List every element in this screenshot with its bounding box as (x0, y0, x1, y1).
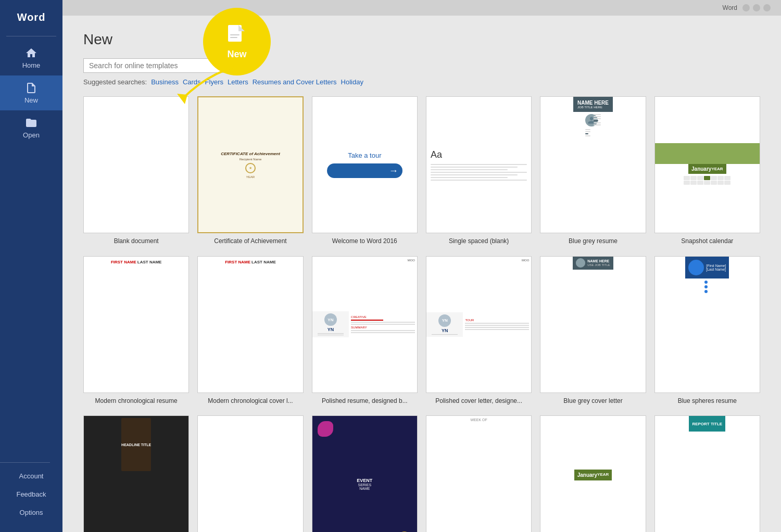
template-label-bgresume: Blue grey resume (569, 237, 618, 246)
template-education[interactable]: Education brochure (197, 415, 303, 532)
suggested-searches: Suggested searches: Business Cards Flyer… (83, 78, 760, 86)
sidebar-item-home[interactable]: Home (0, 41, 62, 75)
vivid-blob1 (318, 421, 333, 437)
templates-grid: Blank document CERTIFICATE of Achievemen… (83, 96, 760, 532)
template-thumb-tour: Take a tour → (312, 96, 418, 233)
suggested-label: Suggested searches: (83, 78, 147, 86)
tour-arrow-icon: → (389, 166, 398, 176)
sidebar-bottom: Account Feedback Options (0, 458, 62, 532)
close-button[interactable] (763, 4, 771, 11)
template-thumb-restaurant: HEADLINE TITLE (83, 415, 189, 532)
template-restaurant[interactable]: HEADLINE TITLE Restaurant brochure (83, 415, 189, 532)
template-thumb-polished: YN YN MOO CREATIVE SUMMARY (312, 256, 418, 393)
tour-arrow-bar: → (327, 163, 402, 178)
template-thumb-blank (83, 96, 189, 233)
template-single-spaced[interactable]: Aa Single spaced (blank) (426, 96, 532, 246)
topbar-app-name: Word (723, 4, 737, 11)
suggested-resumes[interactable]: Resumes and Cover Letters (253, 78, 337, 86)
template-label-tour: Welcome to Word 2016 (332, 237, 397, 246)
main-content: Word New 🔍 Suggested searches: Business … (62, 0, 781, 532)
template-label-single: Single spaced (blank) (449, 237, 509, 246)
sidebar-divider (6, 36, 56, 36)
template-thumb-education (197, 415, 303, 532)
sidebar-brand: Word (0, 5, 62, 32)
template-blank[interactable]: Blank document (83, 96, 189, 246)
template-report[interactable]: REPORT TITLE Report (654, 415, 760, 532)
suggested-business[interactable]: Business (151, 78, 179, 86)
template-bs-resume[interactable]: [First Name][Last Name] (654, 256, 760, 406)
template-label-blank: Blank document (114, 237, 159, 246)
suggested-cards[interactable]: Cards (183, 78, 201, 86)
template-tour[interactable]: Take a tour → Welcome to Word 2016 (312, 96, 418, 246)
template-thumb-bspheres: [First Name][Last Name] (654, 256, 760, 393)
template-label-modern-resume: Modern chronological resume (95, 397, 178, 406)
new-doc-icon (25, 82, 37, 94)
template-polished-resume[interactable]: YN YN MOO CREATIVE SUMMARY (312, 256, 418, 406)
home-icon (25, 47, 37, 59)
search-bar: 🔍 (83, 58, 250, 73)
template-certificate[interactable]: CERTIFICATE of Achievement Recipient Nam… (197, 96, 303, 246)
template-label-polished-cover: Polished cover letter, designe... (435, 397, 522, 406)
template-thumb-banner-cal: January YEAR (540, 415, 646, 532)
template-thumb-polished-cover: YN YN MOO TOUR (426, 256, 532, 393)
content-area: New 🔍 Suggested searches: Business Cards… (83, 31, 760, 532)
template-modern-resume[interactable]: FIRST NAME LAST NAME (83, 256, 189, 406)
template-label-polished: Polished resume, designed b... (322, 397, 408, 406)
polished-cover-avatar: YN (438, 314, 451, 327)
topbar-controls (742, 4, 771, 11)
template-thumb-bgcover: NAME HERE USE JOB TITLE (540, 256, 646, 393)
sidebar-new-label: New (24, 96, 38, 104)
template-thumb-report: REPORT TITLE (654, 415, 760, 532)
template-thumb-bgresume: NAME HERE JOB TITLE HERE (540, 96, 646, 233)
template-thumb-single: Aa (426, 96, 532, 233)
polished-avatar: YN (324, 313, 337, 326)
maximize-button[interactable] (753, 4, 760, 11)
template-modern-cover[interactable]: FIRST NAME LAST NAME (197, 256, 303, 406)
bgc-photo (576, 258, 585, 268)
minimize-button[interactable] (742, 4, 750, 11)
template-label-bs-resume: Blue spheres resume (678, 397, 737, 406)
template-polished-cover[interactable]: YN YN MOO TOUR Polished cover letter, de… (426, 256, 532, 406)
template-label-snapshot: Snapshot calendar (681, 237, 733, 246)
template-label-bgcover: Blue grey cover letter (563, 397, 622, 406)
sidebar-options[interactable]: Options (0, 503, 62, 522)
template-label-modern-cover: Modern chronological cover l... (208, 397, 293, 406)
template-thumb-modern-resume: FIRST NAME LAST NAME (83, 256, 189, 393)
sidebar-home-label: Home (22, 61, 41, 69)
sidebar-bottom-divider (0, 462, 50, 463)
suggested-holiday[interactable]: Holiday (341, 78, 363, 86)
page-title: New (83, 31, 760, 48)
template-bg-cover[interactable]: NAME HERE USE JOB TITLE Blue grey cover … (540, 256, 646, 406)
template-appointment[interactable]: WEEK OF (426, 415, 532, 532)
open-icon (25, 117, 37, 129)
template-blue-grey-resume[interactable]: NAME HERE JOB TITLE HERE (540, 96, 646, 246)
sidebar-open-label: Open (23, 131, 40, 139)
template-thumb-certificate: CERTIFICATE of Achievement Recipient Nam… (197, 96, 303, 233)
cert-seal: ★ (245, 163, 256, 173)
template-snapshot-calendar[interactable]: January YEAR (654, 96, 760, 246)
sidebar-item-open[interactable]: Open (0, 110, 62, 145)
sidebar-account[interactable]: Account (0, 467, 62, 485)
sidebar: Word Home New Open Account Feedback Opti… (0, 0, 62, 532)
topbar: Word (62, 0, 781, 16)
template-thumb-vivid: EVENT SERIES NAME (312, 415, 418, 532)
suggested-flyers[interactable]: Flyers (205, 78, 223, 86)
template-thumb-appointment: WEEK OF (426, 415, 532, 532)
template-thumb-modern-cover: FIRST NAME LAST NAME (197, 256, 303, 393)
sidebar-feedback[interactable]: Feedback (0, 485, 62, 503)
template-vivid[interactable]: EVENT SERIES NAME Vivid shapes event bro… (312, 415, 418, 532)
template-thumb-calendar: January YEAR (654, 96, 760, 233)
sidebar-item-new[interactable]: New (0, 75, 62, 110)
suggested-letters[interactable]: Letters (228, 78, 248, 86)
bs-circle (688, 260, 704, 275)
search-input[interactable] (89, 61, 235, 70)
search-button[interactable]: 🔍 (235, 61, 244, 70)
cal-image (655, 143, 760, 164)
template-banner-cal[interactable]: January YEAR (540, 415, 646, 532)
template-label-certificate: Certificate of Achievement (214, 237, 286, 246)
